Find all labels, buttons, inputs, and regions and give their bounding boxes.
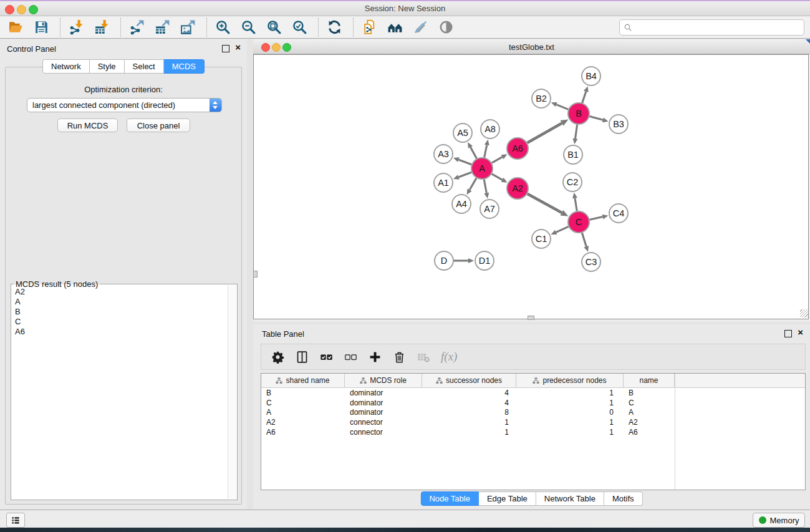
network-window-titlebar[interactable]: testGlobe.txt (253, 39, 810, 54)
close-panel-icon[interactable]: × (235, 42, 241, 53)
close-table-panel-icon[interactable]: × (798, 327, 803, 338)
export-network-button[interactable] (127, 18, 146, 37)
network-canvas[interactable]: B4B2BB3A5A8A6A3B1AA1C2A2A4A7C4CC1C3DD1 (253, 54, 809, 319)
delete-column-button[interactable] (391, 349, 407, 365)
column-header-name[interactable]: name (624, 374, 675, 387)
tab-select[interactable]: Select (125, 59, 164, 74)
edge-A-A6[interactable] (492, 157, 503, 163)
cell-name: C (624, 399, 675, 407)
import-table-button[interactable] (92, 18, 111, 37)
edge-A6-B[interactable] (528, 123, 562, 143)
import-network-button[interactable] (67, 18, 85, 37)
add-column-button[interactable] (367, 349, 383, 365)
edge-A-A7[interactable] (484, 180, 486, 193)
edge-A-A4[interactable] (470, 178, 476, 190)
network-graph[interactable]: B4B2BB3A5A8A6A3B1AA1C2A2A4A7C4CC1C3DD1 (254, 55, 808, 319)
tab-network[interactable]: Network (42, 59, 90, 74)
memory-button[interactable]: Memory (753, 513, 805, 528)
deselect-all-checkboxes-button[interactable] (342, 349, 359, 365)
tab-edge-table[interactable]: Edge Table (479, 491, 536, 506)
column-header-predecessor-nodes[interactable]: predecessor nodes (516, 374, 624, 387)
save-button[interactable] (32, 18, 51, 37)
export-table-button[interactable] (153, 18, 171, 37)
function-builder-button[interactable]: f(x) (441, 350, 457, 364)
gear-button[interactable] (269, 349, 286, 365)
houses-button[interactable] (385, 18, 404, 37)
tab-node-table[interactable]: Node Table (420, 491, 479, 506)
duplicate-session-button[interactable] (360, 18, 378, 37)
delete-table-button[interactable] (415, 349, 432, 365)
tab-motifs[interactable]: Motifs (604, 491, 643, 506)
tab-mcds[interactable]: MCDS (164, 59, 205, 74)
edge-A2-C[interactable] (528, 194, 562, 213)
zoom-fit-button[interactable] (264, 18, 283, 37)
cell-predecessor-nodes: 1 (516, 399, 624, 407)
float-panel-icon[interactable] (222, 45, 229, 52)
node-label-D: D (441, 256, 447, 266)
table-row[interactable]: A6connector11A6 (261, 427, 805, 437)
edge-C-C4[interactable] (590, 217, 603, 220)
cell-successor-nodes: 4 (422, 399, 516, 407)
edge-B-B1[interactable] (576, 125, 577, 138)
cell-MCDS-role: connector (345, 428, 422, 437)
table-row[interactable]: Adominator80A (261, 408, 805, 418)
zoom-selected-button[interactable] (290, 18, 309, 37)
split-columns-button[interactable] (294, 349, 310, 365)
edge-C-C2[interactable] (575, 198, 577, 211)
mcds-result-item[interactable]: B (12, 307, 227, 317)
mcds-result-scrollbar[interactable] (228, 285, 236, 499)
table-panel-title: Table Panel (262, 329, 304, 339)
edge-A-A3[interactable] (458, 160, 471, 165)
search-input[interactable] (633, 21, 804, 34)
edge-B-B3[interactable] (589, 117, 602, 120)
export-image-button[interactable] (178, 18, 197, 37)
edge-B-B4[interactable] (582, 92, 586, 103)
select-all-checkboxes-button[interactable] (318, 349, 334, 365)
edge-C-C3[interactable] (582, 233, 586, 246)
edge-C-C1[interactable] (556, 226, 569, 232)
mcds-result-item[interactable]: A6 (12, 327, 227, 337)
open-folder-button[interactable] (6, 18, 25, 37)
table-row[interactable]: A2connector11A2 (261, 417, 805, 427)
eye-button[interactable] (436, 18, 455, 37)
optimization-criterion-dropdown[interactable]: largest connected component (directed) (27, 98, 222, 112)
memory-status-dot (759, 516, 766, 524)
run-mcds-button[interactable]: Run MCDS (57, 118, 118, 132)
column-header-successor-nodes[interactable]: successor nodes (422, 374, 516, 387)
window-resize-grip[interactable] (800, 309, 808, 317)
splitpane-collapse-handle-left[interactable] (253, 271, 258, 278)
list-icon (11, 515, 21, 525)
column-header-MCDS-role[interactable]: MCDS role (345, 374, 422, 387)
edge-B-B2[interactable] (556, 105, 568, 110)
table-row[interactable]: Cdominator41C (261, 398, 805, 408)
tab-style[interactable]: Style (90, 59, 125, 74)
cell-shared-name: C (261, 399, 345, 407)
zoom-out-button[interactable] (239, 18, 258, 37)
float-table-panel-icon[interactable] (784, 330, 792, 337)
cell-successor-nodes: 1 (422, 418, 516, 427)
splitpane-collapse-handle-bottom[interactable] (528, 316, 534, 320)
optimization-criterion-label: Optimization criterion: (0, 85, 247, 94)
edge-A-A1[interactable] (458, 172, 471, 177)
toolbar-separator (318, 18, 319, 37)
search-box[interactable] (619, 19, 804, 36)
column-header-shared-name[interactable]: shared name (261, 374, 345, 387)
edge-A-A5[interactable] (470, 147, 476, 158)
mcds-result-item[interactable]: C (12, 317, 227, 327)
zoom-in-button[interactable] (213, 18, 232, 37)
cell-MCDS-role: dominator (345, 389, 422, 397)
table-row[interactable]: Bdominator41B (261, 388, 805, 398)
split-columns-icon (296, 351, 309, 364)
mcds-result-list: A2ABCA6 (12, 287, 227, 498)
refresh-button[interactable] (325, 18, 344, 37)
hide-graphics-details-button[interactable] (411, 18, 430, 37)
edge-A-A8[interactable] (485, 145, 487, 157)
edge-A-A2[interactable] (492, 174, 503, 180)
task-history-button[interactable] (6, 513, 25, 528)
column-header-label: shared name (286, 376, 329, 385)
mcds-result-item[interactable]: A2 (12, 287, 227, 297)
close-panel-button[interactable]: Close panel (127, 118, 190, 132)
node-label-C4: C4 (613, 208, 625, 218)
tab-network-table[interactable]: Network Table (536, 491, 604, 506)
mcds-result-item[interactable]: A (12, 297, 227, 307)
